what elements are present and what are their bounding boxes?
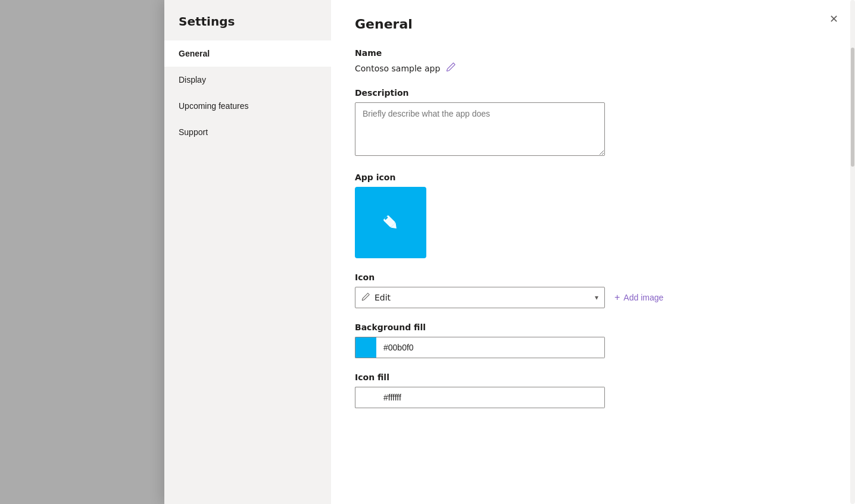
modal-overlay: Settings General Display Upcoming featur…	[0, 0, 855, 504]
app-icon-preview[interactable]	[355, 187, 426, 258]
chevron-down-icon: ▾	[595, 293, 598, 302]
main-content: ✕ General Name Contoso sample app Descri…	[331, 0, 855, 504]
app-name-value: Contoso sample app	[355, 64, 440, 73]
sidebar-item-support[interactable]: Support	[164, 119, 331, 145]
close-button[interactable]: ✕	[824, 10, 843, 29]
name-section: Name Contoso sample app	[355, 48, 831, 74]
background-fill-input[interactable]	[376, 337, 605, 358]
icon-row: Edit ▾ + Add image	[355, 287, 831, 308]
background-color-swatch[interactable]	[355, 337, 376, 358]
add-image-button[interactable]: + Add image	[614, 292, 663, 303]
edit-icon-in-select	[361, 293, 370, 303]
icon-fill-label: Icon fill	[355, 372, 831, 382]
sidebar-item-display[interactable]: Display	[164, 67, 331, 93]
description-textarea[interactable]	[355, 102, 605, 156]
description-label: Description	[355, 88, 831, 98]
settings-panel: Settings General Display Upcoming featur…	[164, 0, 855, 504]
sidebar-nav: General Display Upcoming features Suppor…	[164, 40, 331, 145]
description-section: Description	[355, 88, 831, 158]
app-icon-pencil-icon	[379, 211, 402, 234]
sidebar-title: Settings	[164, 0, 331, 40]
background-fill-section: Background fill	[355, 323, 831, 358]
add-image-plus-icon: +	[614, 292, 620, 303]
scrollbar-thumb	[851, 48, 854, 167]
app-icon-section: App icon	[355, 173, 831, 258]
icon-fill-section: Icon fill	[355, 372, 831, 408]
background-fill-label: Background fill	[355, 323, 831, 332]
icon-section: Icon Edit ▾	[355, 273, 831, 308]
background-fill-row	[355, 337, 831, 358]
name-row: Contoso sample app	[355, 62, 831, 74]
sidebar-item-general[interactable]: General	[164, 40, 331, 67]
page-title: General	[355, 17, 831, 32]
icon-label: Icon	[355, 273, 831, 282]
scrollbar-track[interactable]	[850, 0, 855, 504]
icon-fill-row	[355, 387, 831, 408]
icon-dropdown[interactable]: Edit ▾	[355, 287, 605, 308]
app-icon-label: App icon	[355, 173, 831, 182]
name-label: Name	[355, 48, 831, 58]
icon-selected-value: Edit	[375, 293, 391, 302]
sidebar: Settings General Display Upcoming featur…	[164, 0, 331, 504]
icon-color-swatch[interactable]	[355, 387, 376, 408]
add-image-label: Add image	[623, 293, 663, 302]
icon-fill-input[interactable]	[376, 387, 605, 408]
name-edit-icon[interactable]	[446, 62, 455, 74]
sidebar-item-upcoming-features[interactable]: Upcoming features	[164, 93, 331, 119]
